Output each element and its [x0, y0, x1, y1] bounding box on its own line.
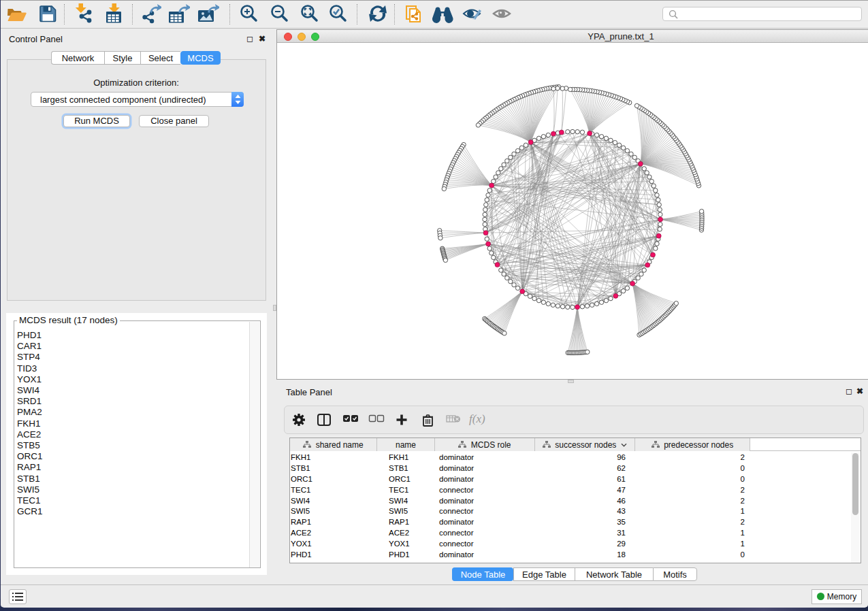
svg-text:f(x): f(x) — [469, 412, 485, 425]
